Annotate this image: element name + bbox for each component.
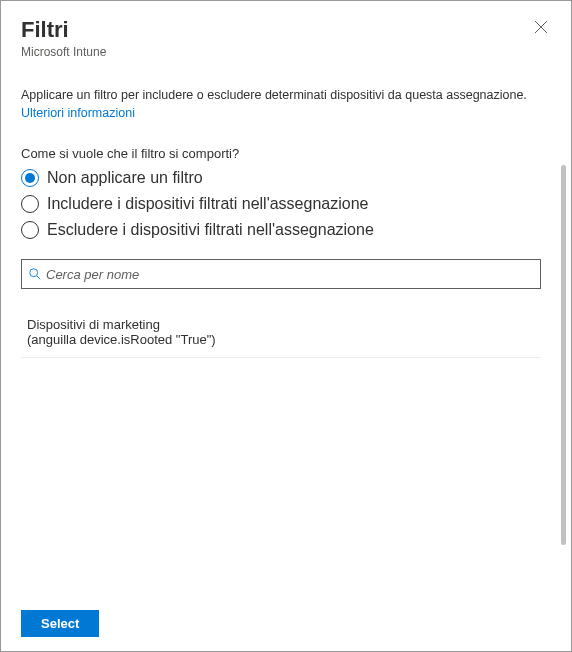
close-icon [534, 20, 548, 34]
panel-footer: Select [1, 596, 571, 651]
learn-more-link[interactable]: Ulteriori informazioni [21, 106, 135, 120]
select-button[interactable]: Select [21, 610, 99, 637]
radio-option-none[interactable]: Non applicare un filtro [21, 167, 541, 189]
panel-description: Applicare un filtro per includere o escl… [1, 63, 571, 126]
radio-dot-icon [25, 173, 35, 183]
radio-circle-icon [21, 195, 39, 213]
radio-circle-icon [21, 169, 39, 187]
search-icon [28, 267, 42, 281]
panel-title: Filtri [21, 17, 551, 43]
panel-header: Filtri Microsoft Intune [1, 1, 571, 63]
radio-option-include[interactable]: Includere i dispositivi filtrati nell'as… [21, 193, 541, 215]
svg-line-1 [37, 276, 41, 280]
filter-behavior-radio-group: Non applicare un filtro Includere i disp… [21, 167, 541, 241]
svg-point-0 [30, 269, 38, 277]
filter-item-name: Dispositivi di marketing [27, 317, 535, 332]
filter-list-item[interactable]: Dispositivi di marketing (anguilla devic… [21, 309, 541, 358]
radio-option-exclude[interactable]: Escludere i dispositivi filtrati nell'as… [21, 219, 541, 241]
radio-circle-icon [21, 221, 39, 239]
filter-list: Dispositivi di marketing (anguilla devic… [21, 309, 541, 358]
filter-item-rule: (anguilla device.isRooted "True") [27, 332, 535, 347]
search-box[interactable] [21, 259, 541, 289]
radio-label: Escludere i dispositivi filtrati nell'as… [47, 221, 374, 239]
radio-label: Includere i dispositivi filtrati nell'as… [47, 195, 368, 213]
scrollbar[interactable] [561, 165, 566, 545]
main-content: Come si vuole che il filtro si comporti?… [1, 126, 571, 596]
panel-subtitle: Microsoft Intune [21, 45, 551, 59]
search-input[interactable] [46, 267, 534, 282]
radio-label: Non applicare un filtro [47, 169, 203, 187]
description-text: Applicare un filtro per includere o escl… [21, 88, 527, 102]
filter-behavior-question: Come si vuole che il filtro si comporti? [21, 146, 541, 161]
close-button[interactable] [531, 17, 551, 37]
